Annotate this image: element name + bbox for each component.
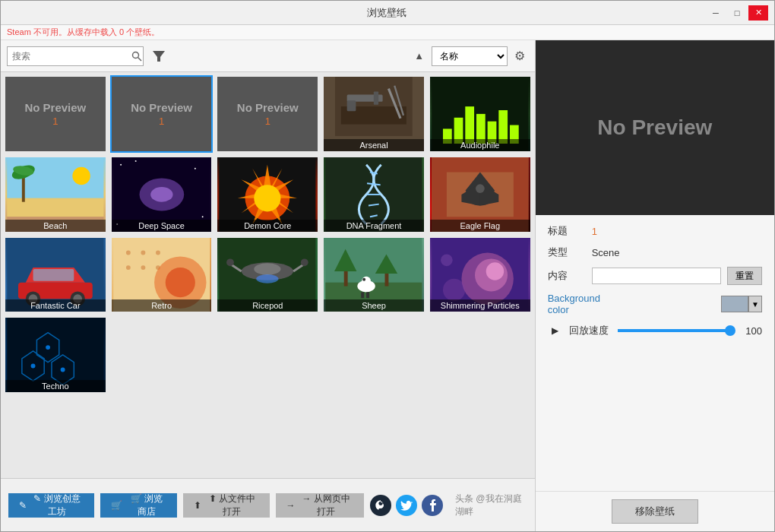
svg-point-29 <box>134 160 136 162</box>
list-item[interactable]: Retro <box>110 236 214 314</box>
list-item[interactable]: Shimmering Particles <box>429 236 532 314</box>
facebook-icon[interactable] <box>422 495 443 516</box>
svg-point-98 <box>61 368 65 372</box>
wallpaper-grid: No Preview 1 No Preview 1 No Preview <box>4 75 532 394</box>
sort-arrow-icon[interactable]: ▲ <box>410 47 429 65</box>
settings-icon[interactable]: ⚙ <box>511 47 529 65</box>
type-value: Scene <box>592 247 762 258</box>
title-property-row: 标题 1 <box>548 224 762 238</box>
list-item[interactable]: Deep Space <box>110 156 214 233</box>
svg-rect-13 <box>465 106 474 144</box>
search-icon[interactable] <box>131 47 143 65</box>
svg-point-72 <box>227 258 235 266</box>
svg-point-24 <box>72 167 90 185</box>
bottom-right-panel: 移除壁纸 <box>536 491 774 531</box>
svg-marker-2 <box>153 51 165 62</box>
filter-icon[interactable] <box>150 47 168 65</box>
titlebar-title: 浏览壁纸 <box>68 6 706 20</box>
list-item[interactable]: No Preview 1 <box>110 75 214 153</box>
type-label: 类型 <box>548 245 586 259</box>
svg-point-59 <box>126 250 131 255</box>
sort-dropdown[interactable]: 名称 评分 日期 <box>432 46 508 66</box>
list-item[interactable]: Audiophile <box>429 75 532 153</box>
browse-store-button[interactable]: 🛒 🛒 浏览商店 <box>100 493 177 518</box>
list-item[interactable]: Techno <box>4 316 107 394</box>
open-web-button[interactable]: → → 从网页中打开 <box>276 493 365 518</box>
list-item[interactable]: Arsenal <box>322 75 425 153</box>
svg-point-36 <box>255 185 281 211</box>
content-input[interactable] <box>592 268 721 284</box>
svg-point-73 <box>301 258 308 266</box>
svg-rect-53 <box>33 269 74 281</box>
upload-icon: ⬆ <box>194 500 201 511</box>
svg-rect-7 <box>347 100 356 111</box>
svg-point-63 <box>141 265 145 270</box>
close-button[interactable]: ✕ <box>748 5 768 21</box>
svg-point-69 <box>255 263 281 275</box>
titlebar: 浏览壁纸 ─ □ ✕ <box>1 1 774 25</box>
svg-point-0 <box>133 52 139 58</box>
titlebar-controls: ─ □ ✕ <box>706 5 768 21</box>
restore-button[interactable]: □ <box>727 5 747 21</box>
list-item[interactable]: Sheep <box>322 236 425 314</box>
preview-area: No Preview <box>536 40 774 215</box>
open-file-button[interactable]: ⬆ ⬆ 从文件中打开 <box>183 493 269 518</box>
svg-point-31 <box>201 216 203 217</box>
remove-wallpaper-button[interactable]: 移除壁纸 <box>612 499 698 524</box>
right-panel: No Preview 标题 1 类型 Scene 内容 重置 <box>536 40 774 531</box>
browse-workshop-button[interactable]: ✎ ✎ 浏览创意工坊 <box>8 493 94 518</box>
arrow-icon: → <box>286 500 296 511</box>
bg-color-dropdown-arrow[interactable]: ▼ <box>748 296 762 312</box>
svg-point-89 <box>486 262 504 280</box>
minimize-button[interactable]: ─ <box>706 5 726 21</box>
svg-point-91 <box>441 254 453 266</box>
list-item[interactable]: No Preview 1 <box>216 75 319 153</box>
svg-point-90 <box>443 278 465 300</box>
reset-button[interactable]: 重置 <box>727 267 762 285</box>
bg-color-label: Background color <box>548 293 624 315</box>
svg-rect-84 <box>366 292 369 298</box>
main-content: ▲ 名称 评分 日期 ⚙ No Preview 1 <box>1 40 774 531</box>
bg-color-swatch[interactable] <box>721 296 748 312</box>
notice-bar: Steam 不可用。从缓存中载入 0 个壁纸。 <box>1 25 774 40</box>
svg-point-97 <box>31 364 36 369</box>
list-item[interactable]: Ricepod <box>216 236 319 314</box>
svg-rect-6 <box>374 92 378 105</box>
list-item[interactable]: Eagle Flag <box>429 156 532 233</box>
twitter-icon[interactable] <box>396 495 417 516</box>
title-value: 1 <box>592 226 762 237</box>
list-item[interactable]: Demon Core <box>216 156 319 233</box>
content-label: 内容 <box>548 269 586 283</box>
list-item[interactable]: No Preview 1 <box>4 75 107 153</box>
svg-point-50 <box>476 184 485 193</box>
watermark-text: 头条 @我在洞庭湖畔 <box>455 493 522 517</box>
sort-section: ▲ 名称 评分 日期 ⚙ <box>410 46 529 66</box>
svg-point-28 <box>120 164 122 166</box>
bg-color-row: Background color ▼ <box>548 293 762 315</box>
workshop-icon: ✎ <box>19 500 27 511</box>
properties-panel: 标题 1 类型 Scene 内容 重置 Background color <box>536 215 774 491</box>
speed-slider-fill <box>618 329 730 332</box>
notice-text: Steam 不可用。从缓存中载入 0 个壁纸。 <box>7 27 160 36</box>
search-input[interactable] <box>8 47 131 65</box>
bottom-bar: ✎ ✎ 浏览创意工坊 🛒 🛒 浏览商店 ⬆ ⬆ 从文件中打开 → → 从网页中打… <box>1 478 535 531</box>
svg-point-66 <box>165 268 195 297</box>
list-item[interactable]: Fantastic Car <box>4 236 107 314</box>
speed-row: ▶ 回放速度 100 <box>548 323 762 338</box>
svg-rect-19 <box>7 198 103 217</box>
svg-point-96 <box>46 346 50 350</box>
social-icons <box>370 495 443 516</box>
search-box <box>7 46 144 66</box>
list-item[interactable]: Beach <box>4 156 107 233</box>
svg-point-74 <box>257 274 279 283</box>
watermark-container: 头条 @我在洞庭湖畔 <box>455 492 527 518</box>
preview-no-preview-text: No Preview <box>597 116 712 140</box>
speed-slider-thumb[interactable] <box>725 325 735 336</box>
list-item[interactable]: DNA Fragment <box>322 156 425 233</box>
wallpaper-grid-container[interactable]: No Preview 1 No Preview 1 No Preview <box>1 72 535 478</box>
svg-point-62 <box>126 265 131 270</box>
steam-icon[interactable] <box>370 495 391 516</box>
play-button[interactable]: ▶ <box>548 323 563 338</box>
svg-point-30 <box>195 167 196 169</box>
speed-slider[interactable] <box>618 329 730 332</box>
